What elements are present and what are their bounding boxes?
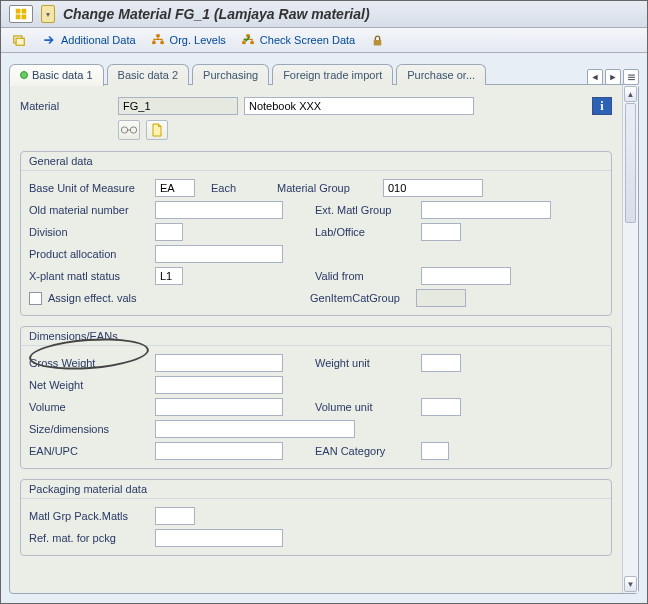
genitem-label: GenItemCatGroup	[310, 292, 410, 304]
material-field[interactable]	[118, 97, 238, 115]
material-header-row: Material i	[20, 95, 612, 117]
matgroup-label: Material Group	[277, 182, 377, 194]
tabs-row: Basic data 1 Basic data 2 Purchasing For…	[9, 63, 639, 85]
svg-rect-3	[152, 41, 156, 44]
tab-label: Purchase or...	[407, 69, 475, 81]
gross-label: Gross Weight	[29, 357, 149, 369]
tab-purchasing[interactable]: Purchasing	[192, 64, 269, 85]
packaging-title: Packaging material data	[21, 480, 611, 499]
buom-field[interactable]	[155, 179, 195, 197]
wunit-label: Weight unit	[315, 357, 415, 369]
check-screen-label: Check Screen Data	[260, 34, 355, 46]
packaging-group: Packaging material data Matl Grp Pack.Ma…	[20, 479, 612, 556]
page-title: Change Material FG_1 (Lamjaya Raw materi…	[63, 6, 370, 22]
assign-label: Assign effect. vals	[48, 292, 150, 304]
tab-scroll-left-button[interactable]: ◄	[587, 69, 603, 85]
material-label: Material	[20, 100, 112, 112]
ean-field[interactable]	[155, 442, 283, 460]
svg-rect-7	[250, 41, 254, 44]
check-screen-button[interactable]: Check Screen Data	[240, 32, 355, 48]
svg-rect-4	[160, 41, 164, 44]
prodalloc-field[interactable]	[155, 245, 283, 263]
wunit-field[interactable]	[421, 354, 461, 372]
scroll-thumb[interactable]	[625, 103, 636, 223]
org-levels-icon	[150, 32, 166, 48]
sap-window: ▾ Change Material FG_1 (Lamjaya Raw mate…	[0, 0, 648, 604]
material-description-field[interactable]	[244, 97, 474, 115]
titlebar-dropdown-icon[interactable]: ▾	[41, 5, 55, 23]
tab-scroll-right-button[interactable]: ►	[605, 69, 621, 85]
svg-rect-1	[16, 38, 24, 45]
refmat-field[interactable]	[155, 529, 283, 547]
svg-rect-8	[373, 39, 381, 44]
tab-purchase-order[interactable]: Purchase or...	[396, 64, 486, 85]
content-area: Basic data 1 Basic data 2 Purchasing For…	[1, 53, 647, 603]
net-label: Net Weight	[29, 379, 149, 391]
buom-label: Base Unit of Measure	[29, 182, 149, 194]
new-window-button[interactable]	[11, 32, 27, 48]
matlgrp-field[interactable]	[155, 507, 195, 525]
vol-field[interactable]	[155, 398, 283, 416]
org-levels-label: Org. Levels	[170, 34, 226, 46]
tab-basic-data-1[interactable]: Basic data 1	[9, 64, 104, 86]
tab-list-button[interactable]	[623, 69, 639, 85]
xplant-label: X-plant matl status	[29, 270, 149, 282]
svg-point-12	[121, 127, 127, 133]
toolbar: Additional Data Org. Levels Check Screen…	[1, 28, 647, 53]
svg-rect-10	[628, 76, 635, 77]
ean-label: EAN/UPC	[29, 445, 149, 457]
net-field[interactable]	[155, 376, 283, 394]
info-button[interactable]: i	[592, 97, 612, 115]
prodalloc-label: Product allocation	[29, 248, 149, 260]
extmat-field[interactable]	[421, 201, 551, 219]
document-button[interactable]	[146, 120, 168, 140]
dimensions-group: Dimensions/EANs Gross Weight Weight unit…	[20, 326, 612, 469]
gross-field[interactable]	[155, 354, 283, 372]
lock-button[interactable]	[369, 32, 385, 48]
eancat-field[interactable]	[421, 442, 449, 460]
vunit-label: Volume unit	[315, 401, 415, 413]
matlgrp-label: Matl Grp Pack.Matls	[29, 510, 149, 522]
xplant-field[interactable]	[155, 267, 183, 285]
validfrom-label: Valid from	[315, 270, 415, 282]
tab-label: Basic data 1	[32, 69, 93, 81]
new-window-icon	[11, 32, 27, 48]
tab-scroll-controls: ◄ ►	[587, 69, 639, 85]
lab-field[interactable]	[421, 223, 461, 241]
buom-text: Each	[211, 182, 271, 194]
vol-label: Volume	[29, 401, 149, 413]
tab-basic-data-2[interactable]: Basic data 2	[107, 64, 190, 85]
size-field[interactable]	[155, 420, 355, 438]
size-label: Size/dimensions	[29, 423, 149, 435]
scroll-down-button[interactable]: ▼	[624, 576, 637, 592]
check-screen-icon	[240, 32, 256, 48]
genitem-field[interactable]	[416, 289, 466, 307]
tab-bullet-icon	[20, 71, 28, 79]
tab-label: Purchasing	[203, 69, 258, 81]
svg-rect-11	[628, 79, 635, 80]
org-levels-button[interactable]: Org. Levels	[150, 32, 226, 48]
tab-foreign-trade[interactable]: Foreign trade import	[272, 64, 393, 85]
refmat-label: Ref. mat. for pckg	[29, 532, 149, 544]
material-buttons-row	[20, 119, 612, 141]
eancat-label: EAN Category	[315, 445, 415, 457]
division-field[interactable]	[155, 223, 183, 241]
tab-panel: Material i General data	[9, 84, 639, 594]
oldmat-field[interactable]	[155, 201, 283, 219]
arrow-right-icon	[41, 32, 57, 48]
scroll-track[interactable]	[625, 103, 636, 575]
svg-point-13	[130, 127, 136, 133]
general-data-group: General data Base Unit of Measure Each M…	[20, 151, 612, 316]
assign-effect-checkbox[interactable]	[29, 292, 42, 305]
svg-rect-6	[242, 41, 246, 44]
additional-data-button[interactable]: Additional Data	[41, 32, 136, 48]
display-details-button[interactable]	[118, 120, 140, 140]
document-icon	[151, 123, 163, 137]
matgroup-field[interactable]	[383, 179, 483, 197]
scroll-up-button[interactable]: ▲	[624, 86, 637, 102]
tab-label: Basic data 2	[118, 69, 179, 81]
app-menu-icon[interactable]	[9, 5, 33, 23]
validfrom-field[interactable]	[421, 267, 511, 285]
vunit-field[interactable]	[421, 398, 461, 416]
vertical-scrollbar[interactable]: ▲ ▼	[622, 85, 638, 593]
